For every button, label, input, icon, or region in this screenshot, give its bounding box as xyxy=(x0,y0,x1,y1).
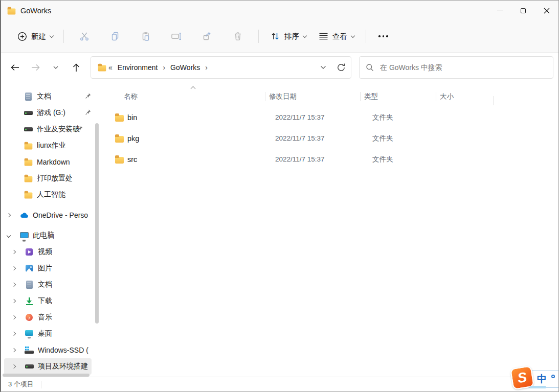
toolbar-divider xyxy=(366,30,366,43)
column-header-date-modified[interactable]: 修改日期 xyxy=(265,86,360,107)
sort-button-label: 排序 xyxy=(284,32,299,41)
file-row-bin[interactable]: bin 2022/11/7 15:37 文件夹 xyxy=(100,107,558,128)
chevron-right-icon[interactable] xyxy=(12,283,16,287)
file-type: 文件夹 xyxy=(360,128,436,149)
column-header-label: 类型 xyxy=(364,92,378,101)
maximize-button[interactable] xyxy=(511,1,535,21)
file-row-pkg[interactable]: pkg 2022/11/7 15:37 文件夹 xyxy=(100,128,558,149)
breadcrumb-item-environment[interactable]: Environment xyxy=(115,61,161,74)
chevron-right-icon[interactable] xyxy=(12,266,16,270)
sidebar-item-markdown[interactable]: Markdown xyxy=(4,154,92,170)
sort-icon xyxy=(270,31,280,41)
ime-mode-icon[interactable] xyxy=(551,375,555,378)
nav-buttons xyxy=(1,58,86,77)
toolbar: 新建 排序 xyxy=(1,21,558,52)
paste-icon xyxy=(141,31,151,41)
status-bar: 3 个项目 xyxy=(1,377,558,391)
file-row-src[interactable]: src 2022/11/7 15:37 文件夹 xyxy=(100,149,558,170)
rename-button[interactable] xyxy=(166,26,187,47)
folder-icon xyxy=(24,193,32,199)
paste-button[interactable] xyxy=(136,26,156,47)
copy-button[interactable] xyxy=(105,26,125,47)
toolbar-divider xyxy=(63,30,64,43)
ime-toolbar: S 中 xyxy=(511,367,558,390)
downloads-icon xyxy=(26,297,33,305)
column-header-type[interactable]: 类型 xyxy=(360,86,436,107)
sidebar-item-this-pc[interactable]: 此电脑 xyxy=(4,227,92,244)
address-bar[interactable]: « Environment › GoWorks › xyxy=(91,56,351,79)
computer-icon xyxy=(20,232,29,238)
cut-button[interactable] xyxy=(74,26,95,47)
back-button[interactable] xyxy=(5,58,25,77)
sidebar-item-label: OneDrive - Perso xyxy=(33,211,88,219)
music-icon xyxy=(26,314,33,321)
sidebar-item-projects-environment[interactable]: 项目及环境搭建 xyxy=(4,358,92,375)
main-area: 文档 游戏 (G:) 作业及安装破 liunx作业 Markdown xyxy=(1,82,558,377)
file-size xyxy=(436,149,493,170)
sidebar-item-label: liunx作业 xyxy=(37,141,66,150)
sidebar-item-downloads[interactable]: 下载 xyxy=(4,293,92,309)
sidebar-item-print-storage[interactable]: 打印放置处 xyxy=(4,170,92,187)
minimize-button[interactable] xyxy=(488,1,511,21)
chevron-right-icon[interactable] xyxy=(7,213,11,217)
close-button[interactable] xyxy=(535,1,558,21)
sidebar-item-homework-drive[interactable]: 作业及安装破 xyxy=(4,121,92,137)
pin-icon xyxy=(85,92,92,101)
sidebar-item-label: Markdown xyxy=(37,158,70,166)
sidebar-item-videos[interactable]: 视频 xyxy=(4,244,92,260)
column-header-name[interactable]: 名称 xyxy=(100,86,265,107)
maximize-icon xyxy=(521,8,526,13)
recent-locations-button[interactable] xyxy=(46,58,65,77)
chevron-right-icon[interactable] xyxy=(12,332,16,336)
address-dropdown-icon[interactable] xyxy=(320,65,326,70)
chevron-right-icon[interactable] xyxy=(12,250,16,254)
sidebar-item-documents[interactable]: 文档 xyxy=(4,276,92,293)
more-options-button[interactable] xyxy=(371,35,395,37)
file-size xyxy=(436,128,493,149)
sort-ascending-icon xyxy=(191,86,196,91)
window-chrome: GoWorks 新建 xyxy=(1,1,558,53)
chevron-right-icon[interactable] xyxy=(12,364,16,368)
search-input[interactable] xyxy=(380,63,547,72)
column-header-size[interactable]: 大小 xyxy=(436,86,493,107)
breadcrumb-item-goworks[interactable]: GoWorks xyxy=(167,61,203,74)
chevron-down-icon[interactable] xyxy=(7,234,11,238)
close-icon xyxy=(543,7,550,14)
chevron-right-icon[interactable] xyxy=(12,315,16,319)
breadcrumb-separator[interactable]: › xyxy=(161,63,167,72)
window-controls xyxy=(488,1,558,21)
share-button[interactable] xyxy=(197,26,217,47)
sidebar-item-label: 文档 xyxy=(37,92,51,101)
refresh-icon[interactable] xyxy=(337,63,346,72)
new-button[interactable]: 新建 xyxy=(12,28,58,45)
file-name: pkg xyxy=(127,134,139,143)
forward-button[interactable] xyxy=(26,58,45,77)
view-button[interactable]: 查看 xyxy=(312,28,361,45)
sidebar-item-ai[interactable]: 人工智能 xyxy=(4,187,92,203)
breadcrumb-separator[interactable]: › xyxy=(203,63,210,72)
status-divider xyxy=(41,381,41,388)
file-type: 文件夹 xyxy=(360,149,436,170)
file-explorer-window: GoWorks 新建 xyxy=(0,0,559,392)
ime-language-indicator[interactable]: 中 xyxy=(537,373,547,386)
sidebar-item-music[interactable]: 音乐 xyxy=(4,309,92,326)
sidebar-item-windows-ssd[interactable]: Windows-SSD ( xyxy=(4,342,92,358)
sidebar-item-liunx-homework[interactable]: liunx作业 xyxy=(4,137,92,154)
sidebar-vertical-scrollbar[interactable] xyxy=(95,123,99,324)
sort-button[interactable]: 排序 xyxy=(264,27,312,45)
sidebar-item-games-drive[interactable]: 游戏 (G:) xyxy=(4,105,92,121)
sidebar-item-documents-pinned[interactable]: 文档 xyxy=(4,88,92,105)
sidebar-item-pictures[interactable]: 图片 xyxy=(4,260,92,276)
sidebar-item-desktop[interactable]: 桌面 xyxy=(4,326,92,342)
chevron-down-icon xyxy=(303,33,307,37)
up-button[interactable] xyxy=(66,58,86,77)
pictures-icon xyxy=(26,265,33,272)
chevron-right-icon[interactable] xyxy=(12,299,16,303)
delete-button[interactable] xyxy=(228,26,248,47)
chevron-right-icon[interactable] xyxy=(12,348,16,352)
breadcrumb-overflow[interactable]: « xyxy=(106,63,115,72)
folder-icon xyxy=(115,136,124,143)
sidebar-item-label: 视频 xyxy=(38,247,52,257)
sidebar-item-onedrive[interactable]: OneDrive - Perso xyxy=(4,207,92,223)
file-date-modified: 2022/11/7 15:37 xyxy=(265,128,360,149)
